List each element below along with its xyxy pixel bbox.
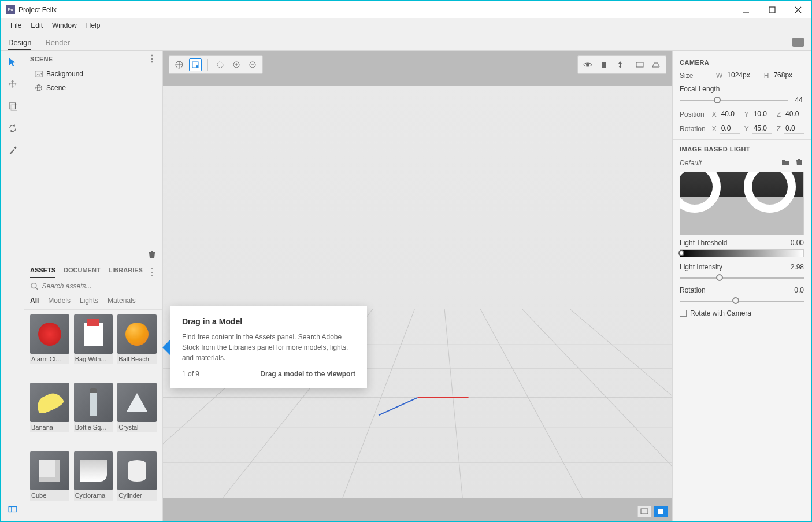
asset-thumb: [117, 314, 157, 354]
select-marquee-icon[interactable]: [214, 58, 227, 71]
close-button[interactable]: [785, 1, 811, 18]
camera-height-field[interactable]: 768px: [772, 71, 794, 80]
svg-rect-1: [769, 7, 775, 13]
titlebar: Fe Project Felix: [1, 1, 811, 18]
asset-card[interactable]: Bottle Sq...: [74, 383, 113, 446]
properties-panel: CAMERA Size W 1024px H 768px Focal Lengt…: [672, 51, 811, 521]
sync-tool[interactable]: [6, 121, 20, 135]
section-divider: [673, 139, 811, 140]
menu-file[interactable]: File: [6, 21, 26, 29]
frame-all-icon[interactable]: [633, 58, 646, 71]
feedback-icon[interactable]: [792, 38, 804, 47]
asset-label: Cube: [30, 490, 69, 501]
viewport-nav-toolbar: [577, 55, 666, 74]
focal-length-slider[interactable]: [680, 96, 788, 104]
asset-thumb: [74, 314, 113, 354]
pos-x-field[interactable]: 40.0: [720, 109, 740, 119]
y-label: Y: [744, 125, 749, 133]
ibl-rotation-value[interactable]: 0.0: [794, 286, 804, 294]
minimize-button[interactable]: [733, 1, 759, 18]
tab-render[interactable]: Render: [45, 38, 70, 50]
filter-lights[interactable]: Lights: [80, 297, 98, 305]
select-tool[interactable]: [6, 55, 20, 69]
assets-options-icon[interactable]: ⋮: [147, 269, 157, 276]
ground-grid: [163, 86, 672, 498]
viewport-canvas[interactable]: [163, 86, 672, 498]
svg-line-41: [379, 398, 417, 416]
menu-help[interactable]: Help: [81, 21, 105, 29]
light-intensity-value[interactable]: 2.98: [791, 263, 804, 271]
rot-z-field[interactable]: 0.0: [784, 124, 804, 134]
asset-search-input[interactable]: [42, 282, 157, 290]
asset-card[interactable]: Cylinder: [117, 451, 157, 515]
ibl-rotation-label: Rotation: [680, 286, 706, 294]
rot-y-field[interactable]: 45.0: [752, 124, 772, 134]
filter-models[interactable]: Models: [48, 297, 71, 305]
move-tool[interactable]: [6, 77, 20, 91]
asset-card[interactable]: Alarm Cl...: [30, 314, 69, 378]
asset-card[interactable]: Cyclorama: [74, 451, 113, 515]
asset-label: Bottle Sq...: [74, 422, 113, 432]
asset-thumb: [30, 451, 69, 491]
layout-toggle[interactable]: [6, 502, 20, 516]
scene-trash-button[interactable]: [147, 250, 157, 261]
light-intensity-slider[interactable]: [680, 273, 804, 282]
rotate-with-camera-checkbox[interactable]: Rotate with Camera: [680, 309, 804, 317]
pan-icon[interactable]: [598, 58, 610, 71]
add-selection-icon[interactable]: [230, 58, 243, 71]
asset-thumb: [30, 314, 69, 354]
camera-size-row: Size W 1024px H 768px: [680, 71, 804, 80]
coach-title: Drag in a Model: [182, 317, 355, 326]
ibl-rotation-slider[interactable]: [680, 297, 804, 305]
focal-length-label-row: Focal Length: [680, 85, 804, 93]
rot-x-field[interactable]: 0.0: [720, 124, 740, 134]
light-threshold-value[interactable]: 0.00: [791, 239, 804, 247]
scene-options-icon[interactable]: ⋮: [147, 55, 157, 62]
asset-card[interactable]: Ball Beach: [117, 314, 157, 378]
ibl-default-row: Default: [680, 157, 804, 168]
select-object-icon[interactable]: [173, 58, 186, 71]
subtract-selection-icon[interactable]: [246, 58, 259, 71]
tab-design[interactable]: Design: [8, 38, 31, 50]
tab-document[interactable]: DOCUMENT: [64, 266, 101, 278]
render-mode-solid[interactable]: [654, 506, 668, 517]
focal-length-value[interactable]: 44: [790, 95, 804, 105]
scene-item-label: Background: [46, 70, 83, 78]
focal-length-row: 44: [680, 95, 804, 105]
perspective-icon[interactable]: [650, 58, 662, 71]
ibl-preview[interactable]: [680, 172, 804, 235]
menu-window[interactable]: Window: [47, 21, 81, 29]
asset-card[interactable]: Crystal: [117, 383, 157, 446]
asset-card[interactable]: Bag With...: [74, 314, 113, 378]
asset-thumb: [30, 383, 69, 422]
mode-tabs: Design Render: [8, 38, 70, 50]
pos-y-field[interactable]: 10.0: [752, 109, 772, 119]
tool-rail: [1, 51, 24, 521]
crop-tool[interactable]: [6, 99, 20, 113]
scene-item-background[interactable]: Background: [24, 67, 162, 81]
trash-icon[interactable]: [795, 157, 804, 168]
asset-card[interactable]: Banana: [30, 383, 69, 446]
folder-icon[interactable]: [781, 157, 790, 168]
maximize-button[interactable]: [759, 1, 785, 18]
select-face-icon[interactable]: [189, 58, 202, 71]
assets-grid[interactable]: Alarm Cl...Bag With...Ball BeachBananaBo…: [24, 309, 162, 521]
dolly-icon[interactable]: [614, 58, 626, 71]
asset-card[interactable]: Cube: [30, 451, 69, 515]
tab-libraries[interactable]: LIBRARIES: [109, 266, 143, 278]
filter-all[interactable]: All: [30, 297, 39, 305]
render-mode-preview[interactable]: [637, 506, 651, 517]
svg-rect-6: [9, 507, 17, 512]
filter-materials[interactable]: Materials: [107, 297, 136, 305]
tab-assets[interactable]: ASSETS: [30, 266, 55, 278]
coach-card: Drag in a Model Find free content in the…: [170, 306, 367, 388]
globe-icon: [35, 84, 43, 92]
camera-width-field[interactable]: 1024px: [726, 71, 751, 80]
menu-edit[interactable]: Edit: [26, 21, 47, 29]
light-threshold-slider[interactable]: [680, 249, 804, 257]
orbit-icon[interactable]: [581, 58, 594, 71]
magic-wand-tool[interactable]: [6, 143, 20, 157]
pos-z-field[interactable]: 40.0: [784, 109, 804, 119]
scene-item-scene[interactable]: Scene: [24, 81, 162, 95]
svg-rect-42: [641, 509, 648, 514]
